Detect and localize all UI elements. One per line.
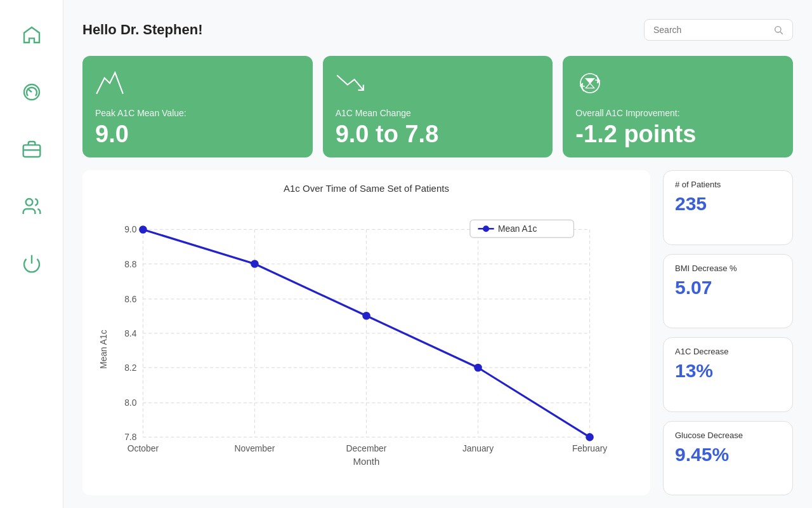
svg-text:8.8: 8.8 (124, 259, 137, 269)
svg-text:7.8: 7.8 (124, 432, 137, 442)
a1c-change-value: 9.0 to 7.8 (336, 122, 540, 146)
mountain-icon (94, 67, 126, 99)
search-icon (773, 25, 783, 35)
svg-point-36 (362, 312, 370, 320)
svg-text:8.0: 8.0 (124, 398, 137, 408)
mountain-icon-container (94, 67, 126, 102)
bmi-value: 5.07 (675, 277, 781, 298)
a1c-improvement-value: -1.2 points (575, 122, 780, 146)
gauge-icon (22, 82, 42, 102)
peak-a1c-value: 9.0 (95, 122, 300, 146)
svg-text:8.4: 8.4 (124, 328, 137, 338)
svg-line-6 (780, 32, 783, 34)
svg-text:December: December (346, 443, 387, 453)
trending-down-icon-container (334, 67, 366, 102)
sidebar-item-power[interactable] (16, 248, 48, 279)
a1c-decrease-label: A1C Decrease (675, 347, 781, 356)
a1c-change-label: A1C Mean Change (336, 108, 540, 118)
chart-title: A1c Over Time of Same Set of Patients (95, 183, 638, 194)
peak-a1c-card: Peak A1C Mean Value: 9.0 (82, 56, 313, 157)
a1c-change-card: A1C Mean Change 9.0 to 7.8 (323, 56, 553, 157)
svg-point-3 (25, 199, 32, 206)
greeting: Hello Dr. Stephen! (82, 22, 202, 38)
svg-text:9.0: 9.0 (124, 225, 137, 235)
svg-text:Mean A1c: Mean A1c (98, 330, 108, 369)
svg-point-34 (139, 225, 147, 234)
a1c-line-chart: Mean A1c (95, 200, 638, 483)
glucose-card: Glucose Decrease 9.45% (663, 421, 793, 496)
svg-text:8.6: 8.6 (124, 294, 137, 304)
home-icon (22, 25, 42, 45)
patients-value: 235 (675, 193, 781, 215)
svg-text:November: November (235, 443, 275, 453)
svg-rect-1 (23, 145, 40, 157)
search-input[interactable] (653, 25, 768, 35)
stat-cards-row: Peak A1C Mean Value: 9.0 A1C Mean Change… (82, 56, 793, 157)
power-icon (22, 253, 42, 274)
svg-point-5 (775, 27, 781, 32)
a1c-decrease-card: A1C Decrease 13% (663, 337, 793, 412)
svg-point-41 (483, 225, 489, 232)
sidebar-item-users[interactable] (16, 190, 48, 222)
trending-down-icon (334, 67, 366, 99)
bmi-card: BMI Decrease % 5.07 (663, 254, 793, 329)
svg-point-37 (474, 364, 482, 372)
hourglass-icon (574, 67, 606, 99)
svg-point-35 (251, 260, 259, 268)
chart-section: A1c Over Time of Same Set of Patients Me… (82, 170, 650, 495)
patients-card: # of Patients 235 (663, 170, 793, 245)
sidebar-item-briefcase[interactable] (16, 133, 48, 165)
a1c-decrease-value: 13% (675, 360, 781, 382)
sidebar (0, 0, 63, 508)
a1c-improvement-label: Overall A1C Improvement: (575, 108, 780, 118)
svg-text:January: January (462, 443, 494, 453)
search-box[interactable] (644, 19, 793, 41)
patients-label: # of Patients (675, 180, 781, 189)
peak-a1c-label: Peak A1C Mean Value: (95, 108, 300, 118)
main-content: Hello Dr. Stephen! Peak A1C Mean Value: … (63, 0, 812, 508)
hourglass-icon-container (574, 67, 606, 102)
chart-container: Mean A1c (95, 200, 638, 483)
svg-text:8.2: 8.2 (124, 363, 136, 373)
a1c-improvement-card: Overall A1C Improvement: -1.2 points (563, 56, 793, 157)
glucose-value: 9.45% (675, 444, 781, 465)
svg-text:Mean A1c: Mean A1c (498, 224, 537, 234)
right-stats: # of Patients 235 BMI Decrease % 5.07 A1… (663, 170, 793, 495)
svg-text:Month: Month (353, 456, 380, 467)
glucose-label: Glucose Decrease (675, 431, 781, 440)
sidebar-item-dashboard[interactable] (16, 76, 48, 108)
bmi-label: BMI Decrease % (675, 264, 781, 273)
briefcase-icon (22, 139, 42, 159)
content-area: A1c Over Time of Same Set of Patients Me… (82, 170, 793, 495)
users-icon (22, 196, 42, 217)
svg-text:February: February (572, 443, 607, 453)
header: Hello Dr. Stephen! (82, 19, 793, 41)
svg-point-38 (586, 433, 594, 441)
sidebar-item-home[interactable] (16, 19, 48, 51)
svg-text:October: October (128, 443, 159, 453)
